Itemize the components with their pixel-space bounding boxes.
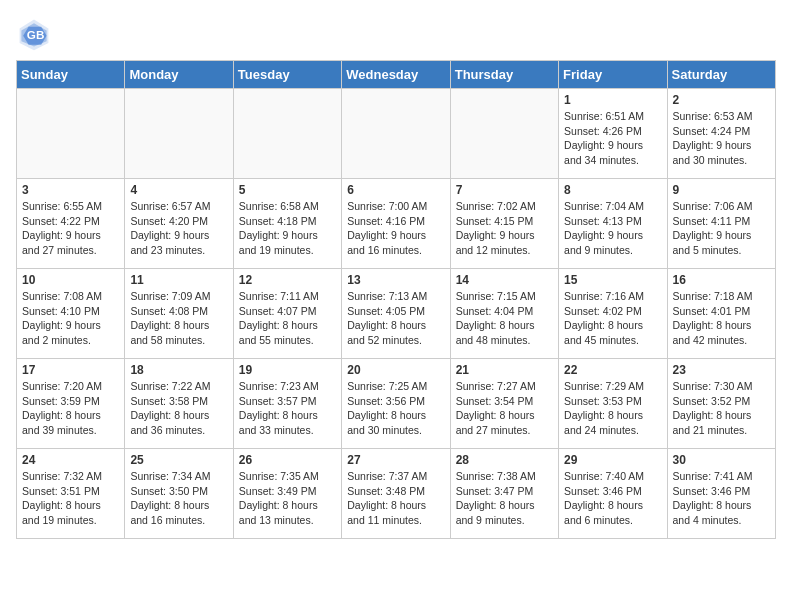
day-number: 5 [239,183,336,197]
day-info: Sunrise: 7:22 AM Sunset: 3:58 PM Dayligh… [130,379,227,438]
week-row-1: 1Sunrise: 6:51 AM Sunset: 4:26 PM Daylig… [17,89,776,179]
day-number: 6 [347,183,444,197]
day-info: Sunrise: 7:35 AM Sunset: 3:49 PM Dayligh… [239,469,336,528]
calendar-cell: 8Sunrise: 7:04 AM Sunset: 4:13 PM Daylig… [559,179,667,269]
day-number: 2 [673,93,770,107]
calendar-cell: 11Sunrise: 7:09 AM Sunset: 4:08 PM Dayli… [125,269,233,359]
day-number: 22 [564,363,661,377]
calendar-cell: 18Sunrise: 7:22 AM Sunset: 3:58 PM Dayli… [125,359,233,449]
calendar-cell [233,89,341,179]
calendar-cell: 28Sunrise: 7:38 AM Sunset: 3:47 PM Dayli… [450,449,558,539]
day-number: 9 [673,183,770,197]
calendar-cell [17,89,125,179]
day-header-saturday: Saturday [667,61,775,89]
day-info: Sunrise: 7:38 AM Sunset: 3:47 PM Dayligh… [456,469,553,528]
week-row-3: 10Sunrise: 7:08 AM Sunset: 4:10 PM Dayli… [17,269,776,359]
calendar-cell: 4Sunrise: 6:57 AM Sunset: 4:20 PM Daylig… [125,179,233,269]
day-info: Sunrise: 7:20 AM Sunset: 3:59 PM Dayligh… [22,379,119,438]
day-number: 19 [239,363,336,377]
calendar-cell: 1Sunrise: 6:51 AM Sunset: 4:26 PM Daylig… [559,89,667,179]
day-info: Sunrise: 7:32 AM Sunset: 3:51 PM Dayligh… [22,469,119,528]
calendar-cell: 16Sunrise: 7:18 AM Sunset: 4:01 PM Dayli… [667,269,775,359]
day-number: 11 [130,273,227,287]
day-info: Sunrise: 7:09 AM Sunset: 4:08 PM Dayligh… [130,289,227,348]
day-number: 18 [130,363,227,377]
calendar-cell: 26Sunrise: 7:35 AM Sunset: 3:49 PM Dayli… [233,449,341,539]
day-number: 24 [22,453,119,467]
day-number: 3 [22,183,119,197]
day-info: Sunrise: 7:06 AM Sunset: 4:11 PM Dayligh… [673,199,770,258]
day-number: 10 [22,273,119,287]
day-info: Sunrise: 7:34 AM Sunset: 3:50 PM Dayligh… [130,469,227,528]
day-number: 17 [22,363,119,377]
calendar-cell: 23Sunrise: 7:30 AM Sunset: 3:52 PM Dayli… [667,359,775,449]
day-info: Sunrise: 7:02 AM Sunset: 4:15 PM Dayligh… [456,199,553,258]
day-info: Sunrise: 7:30 AM Sunset: 3:52 PM Dayligh… [673,379,770,438]
day-number: 4 [130,183,227,197]
day-info: Sunrise: 7:04 AM Sunset: 4:13 PM Dayligh… [564,199,661,258]
day-header-monday: Monday [125,61,233,89]
day-header-thursday: Thursday [450,61,558,89]
day-number: 27 [347,453,444,467]
calendar-cell: 30Sunrise: 7:41 AM Sunset: 3:46 PM Dayli… [667,449,775,539]
day-header-wednesday: Wednesday [342,61,450,89]
calendar-cell: 29Sunrise: 7:40 AM Sunset: 3:46 PM Dayli… [559,449,667,539]
logo-icon: GB [16,16,52,52]
day-header-friday: Friday [559,61,667,89]
day-number: 12 [239,273,336,287]
day-number: 20 [347,363,444,377]
day-info: Sunrise: 6:57 AM Sunset: 4:20 PM Dayligh… [130,199,227,258]
calendar-header-row: SundayMondayTuesdayWednesdayThursdayFrid… [17,61,776,89]
day-number: 30 [673,453,770,467]
day-header-sunday: Sunday [17,61,125,89]
day-number: 8 [564,183,661,197]
calendar-cell: 15Sunrise: 7:16 AM Sunset: 4:02 PM Dayli… [559,269,667,359]
day-info: Sunrise: 7:16 AM Sunset: 4:02 PM Dayligh… [564,289,661,348]
day-number: 21 [456,363,553,377]
day-number: 7 [456,183,553,197]
day-info: Sunrise: 6:53 AM Sunset: 4:24 PM Dayligh… [673,109,770,168]
page-header: GB [16,16,776,52]
svg-text:GB: GB [27,28,45,41]
day-number: 26 [239,453,336,467]
day-info: Sunrise: 6:55 AM Sunset: 4:22 PM Dayligh… [22,199,119,258]
calendar-cell: 13Sunrise: 7:13 AM Sunset: 4:05 PM Dayli… [342,269,450,359]
calendar-table: SundayMondayTuesdayWednesdayThursdayFrid… [16,60,776,539]
day-number: 13 [347,273,444,287]
day-info: Sunrise: 7:00 AM Sunset: 4:16 PM Dayligh… [347,199,444,258]
day-info: Sunrise: 7:41 AM Sunset: 3:46 PM Dayligh… [673,469,770,528]
day-info: Sunrise: 6:51 AM Sunset: 4:26 PM Dayligh… [564,109,661,168]
day-info: Sunrise: 7:23 AM Sunset: 3:57 PM Dayligh… [239,379,336,438]
week-row-5: 24Sunrise: 7:32 AM Sunset: 3:51 PM Dayli… [17,449,776,539]
day-header-tuesday: Tuesday [233,61,341,89]
day-info: Sunrise: 7:18 AM Sunset: 4:01 PM Dayligh… [673,289,770,348]
day-number: 25 [130,453,227,467]
day-info: Sunrise: 6:58 AM Sunset: 4:18 PM Dayligh… [239,199,336,258]
calendar-cell: 14Sunrise: 7:15 AM Sunset: 4:04 PM Dayli… [450,269,558,359]
day-number: 15 [564,273,661,287]
calendar-cell: 25Sunrise: 7:34 AM Sunset: 3:50 PM Dayli… [125,449,233,539]
calendar-cell: 2Sunrise: 6:53 AM Sunset: 4:24 PM Daylig… [667,89,775,179]
day-number: 16 [673,273,770,287]
calendar-cell: 19Sunrise: 7:23 AM Sunset: 3:57 PM Dayli… [233,359,341,449]
day-info: Sunrise: 7:13 AM Sunset: 4:05 PM Dayligh… [347,289,444,348]
day-number: 23 [673,363,770,377]
calendar-cell [342,89,450,179]
calendar-cell: 22Sunrise: 7:29 AM Sunset: 3:53 PM Dayli… [559,359,667,449]
day-number: 28 [456,453,553,467]
calendar-cell: 21Sunrise: 7:27 AM Sunset: 3:54 PM Dayli… [450,359,558,449]
day-info: Sunrise: 7:37 AM Sunset: 3:48 PM Dayligh… [347,469,444,528]
calendar-cell: 6Sunrise: 7:00 AM Sunset: 4:16 PM Daylig… [342,179,450,269]
logo: GB [16,16,56,52]
calendar-cell: 27Sunrise: 7:37 AM Sunset: 3:48 PM Dayli… [342,449,450,539]
day-info: Sunrise: 7:29 AM Sunset: 3:53 PM Dayligh… [564,379,661,438]
day-number: 14 [456,273,553,287]
calendar-cell: 17Sunrise: 7:20 AM Sunset: 3:59 PM Dayli… [17,359,125,449]
day-info: Sunrise: 7:40 AM Sunset: 3:46 PM Dayligh… [564,469,661,528]
day-info: Sunrise: 7:11 AM Sunset: 4:07 PM Dayligh… [239,289,336,348]
day-number: 1 [564,93,661,107]
day-info: Sunrise: 7:27 AM Sunset: 3:54 PM Dayligh… [456,379,553,438]
day-number: 29 [564,453,661,467]
calendar-cell: 5Sunrise: 6:58 AM Sunset: 4:18 PM Daylig… [233,179,341,269]
calendar-cell: 9Sunrise: 7:06 AM Sunset: 4:11 PM Daylig… [667,179,775,269]
